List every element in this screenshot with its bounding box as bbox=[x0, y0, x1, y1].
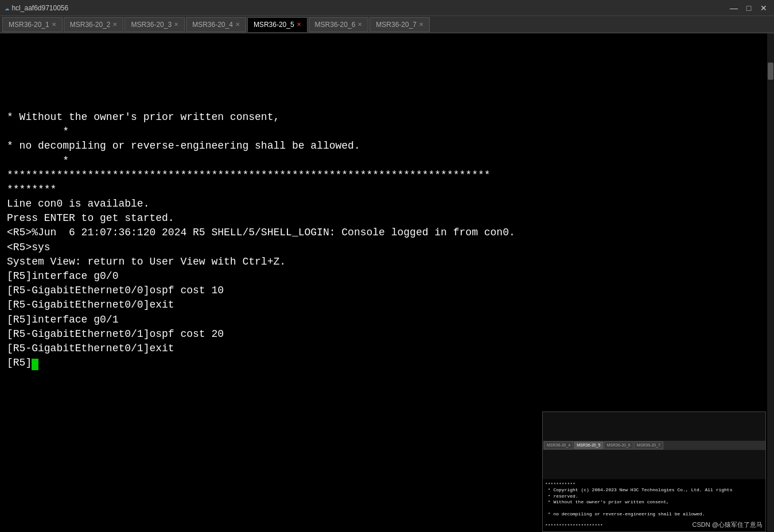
tab-tab5[interactable]: MSR36-20_5✕ bbox=[247, 17, 308, 32]
tab-tab7[interactable]: MSR36-20_7✕ bbox=[370, 17, 430, 32]
close-button[interactable]: ✕ bbox=[758, 2, 769, 14]
terminal-line: [R5-GigabitEthernet0/1]ospf cost 20 bbox=[7, 327, 767, 341]
maximize-button[interactable]: □ bbox=[743, 2, 754, 14]
thumbnail-overlay: MSR36-20_4MSR36-20_5MSR36-20_6MSR36-20_7… bbox=[542, 411, 766, 532]
window-title: hcl_aaf6d9710056 bbox=[11, 4, 68, 12]
app-icon: ☁ hcl_aaf6d9710056 bbox=[5, 3, 68, 13]
thumbnail-tab[interactable]: MSR36-20_6 bbox=[604, 441, 633, 449]
tab-tab3[interactable]: MSR36-20_3✕ bbox=[125, 17, 185, 32]
tab-label: MSR36-20_3 bbox=[131, 21, 172, 29]
terminal-line: * bbox=[7, 125, 767, 139]
tab-label: MSR36-20_6 bbox=[315, 21, 356, 29]
tab-tab6[interactable]: MSR36-20_6✕ bbox=[309, 17, 369, 32]
tab-label: MSR36-20_7 bbox=[376, 21, 417, 29]
terminal-line: <R5>%Jun 6 21:07:36:120 2024 R5 SHELL/5/… bbox=[7, 226, 767, 240]
minimize-button[interactable]: — bbox=[728, 2, 740, 14]
tab-close-icon[interactable]: ✕ bbox=[297, 21, 301, 28]
terminal-line: Line con0 is available. bbox=[7, 197, 767, 211]
terminal-line: [R5] bbox=[7, 356, 767, 370]
thumbnail-tab[interactable]: MSR36-20_4 bbox=[544, 441, 573, 449]
tab-close-icon[interactable]: ✕ bbox=[357, 21, 362, 28]
scrollbar-thumb[interactable] bbox=[768, 63, 773, 80]
window-controls: — □ ✕ bbox=[728, 2, 769, 14]
terminal-line: Press ENTER to get started. bbox=[7, 211, 767, 226]
tab-label: MSR36-20_5 bbox=[254, 21, 294, 29]
tab-tab2[interactable]: MSR36-20_2✕ bbox=[64, 17, 124, 32]
tab-tab4[interactable]: MSR36-20_4✕ bbox=[186, 17, 246, 32]
terminal-line: * bbox=[7, 154, 767, 168]
tab-label: MSR36-20_4 bbox=[192, 21, 233, 29]
tab-close-icon[interactable]: ✕ bbox=[419, 21, 423, 28]
terminal-line: <R5>sys bbox=[7, 240, 767, 255]
thumbnail-tab[interactable]: MSR36-20_5 bbox=[574, 441, 603, 449]
terminal-line: [R5]interface g0/1 bbox=[7, 313, 767, 327]
thumbnail-tab[interactable]: MSR36-20_7 bbox=[634, 441, 663, 449]
tab-bar: MSR36-20_1✕MSR36-20_2✕MSR36-20_3✕MSR36-2… bbox=[0, 16, 774, 33]
terminal-line: * no decompiling or reverse-engineering … bbox=[7, 139, 767, 153]
thumbnail-tabbar: MSR36-20_4MSR36-20_5MSR36-20_6MSR36-20_7 bbox=[543, 441, 765, 450]
tab-label: MSR36-20_1 bbox=[9, 21, 49, 29]
terminal-area[interactable]: * Without the owner's prior written cons… bbox=[0, 33, 774, 532]
tab-label: MSR36-20_2 bbox=[70, 21, 111, 29]
tab-tab1[interactable]: MSR36-20_1✕ bbox=[2, 17, 63, 32]
terminal-line: ****************************************… bbox=[7, 168, 767, 182]
tab-close-icon[interactable]: ✕ bbox=[112, 21, 117, 28]
terminal-line: [R5-GigabitEthernet0/0]exit bbox=[7, 298, 767, 312]
terminal-line: [R5-GigabitEthernet0/1]exit bbox=[7, 341, 767, 356]
tab-close-icon[interactable]: ✕ bbox=[174, 21, 178, 28]
tab-close-icon[interactable]: ✕ bbox=[235, 21, 240, 28]
terminal-line: * Without the owner's prior written cons… bbox=[7, 110, 767, 125]
terminal-line: ******** bbox=[7, 182, 767, 197]
terminal-line: [R5]interface g0/0 bbox=[7, 269, 767, 284]
title-bar: ☁ hcl_aaf6d9710056 — □ ✕ bbox=[0, 0, 774, 16]
tab-close-icon[interactable]: ✕ bbox=[52, 21, 56, 28]
terminal-line: System View: return to User View with Ct… bbox=[7, 255, 767, 269]
csdn-watermark: CSDN @心猿军住了意马 bbox=[690, 520, 765, 530]
terminal-cursor bbox=[32, 359, 38, 370]
scrollbar[interactable] bbox=[767, 33, 774, 532]
terminal-line: [R5-GigabitEthernet0/0]ospf cost 10 bbox=[7, 284, 767, 298]
cloud-icon: ☁ bbox=[5, 3, 9, 13]
